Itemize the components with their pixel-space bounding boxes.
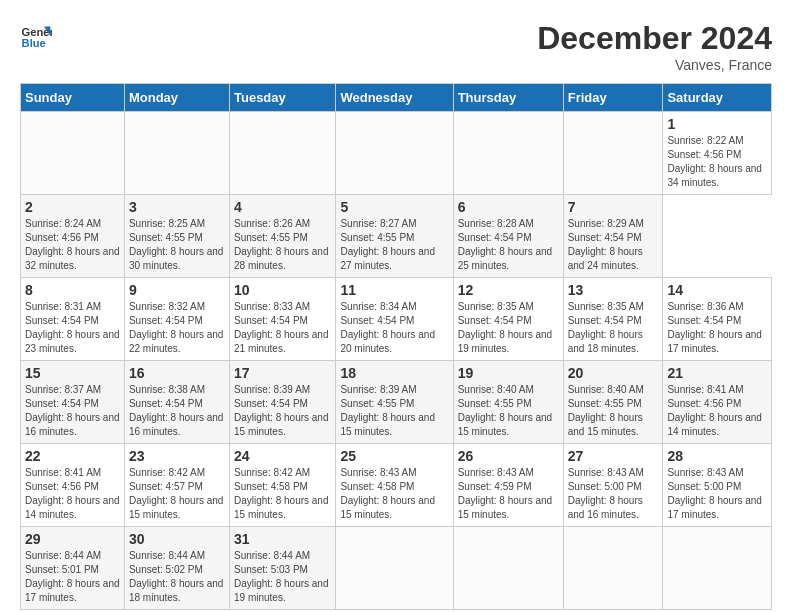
logo: General Blue	[20, 20, 52, 52]
cell-content: Sunrise: 8:22 AMSunset: 4:56 PMDaylight:…	[667, 134, 767, 190]
calendar-cell: 16Sunrise: 8:38 AMSunset: 4:54 PMDayligh…	[124, 361, 229, 444]
day-header-thursday: Thursday	[453, 84, 563, 112]
day-header-sunday: Sunday	[21, 84, 125, 112]
day-number: 13	[568, 282, 659, 298]
calendar-cell: 8Sunrise: 8:31 AMSunset: 4:54 PMDaylight…	[21, 278, 125, 361]
calendar-cell: 21Sunrise: 8:41 AMSunset: 4:56 PMDayligh…	[663, 361, 772, 444]
empty-cell	[453, 112, 563, 195]
day-number: 16	[129, 365, 225, 381]
day-number: 18	[340, 365, 448, 381]
calendar-cell: 5Sunrise: 8:27 AMSunset: 4:55 PMDaylight…	[336, 195, 453, 278]
calendar-cell: 4Sunrise: 8:26 AMSunset: 4:55 PMDaylight…	[229, 195, 335, 278]
title-block: December 2024 Vanves, France	[537, 20, 772, 73]
cell-content: Sunrise: 8:28 AMSunset: 4:54 PMDaylight:…	[458, 217, 559, 273]
day-number: 14	[667, 282, 767, 298]
cell-content: Sunrise: 8:39 AMSunset: 4:55 PMDaylight:…	[340, 383, 448, 439]
calendar-cell: 29Sunrise: 8:44 AMSunset: 5:01 PMDayligh…	[21, 527, 125, 610]
cell-content: Sunrise: 8:38 AMSunset: 4:54 PMDaylight:…	[129, 383, 225, 439]
calendar-week-row: 15Sunrise: 8:37 AMSunset: 4:54 PMDayligh…	[21, 361, 772, 444]
day-number: 2	[25, 199, 120, 215]
calendar-cell: 31Sunrise: 8:44 AMSunset: 5:03 PMDayligh…	[229, 527, 335, 610]
day-header-tuesday: Tuesday	[229, 84, 335, 112]
month-year: December 2024	[537, 20, 772, 57]
day-number: 3	[129, 199, 225, 215]
calendar-cell: 30Sunrise: 8:44 AMSunset: 5:02 PMDayligh…	[124, 527, 229, 610]
cell-content: Sunrise: 8:35 AMSunset: 4:54 PMDaylight:…	[458, 300, 559, 356]
calendar-cell: 11Sunrise: 8:34 AMSunset: 4:54 PMDayligh…	[336, 278, 453, 361]
day-number: 22	[25, 448, 120, 464]
cell-content: Sunrise: 8:43 AMSunset: 5:00 PMDaylight:…	[667, 466, 767, 522]
day-number: 30	[129, 531, 225, 547]
day-number: 29	[25, 531, 120, 547]
calendar-cell	[563, 527, 663, 610]
day-number: 26	[458, 448, 559, 464]
calendar-cell: 20Sunrise: 8:40 AMSunset: 4:55 PMDayligh…	[563, 361, 663, 444]
cell-content: Sunrise: 8:42 AMSunset: 4:57 PMDaylight:…	[129, 466, 225, 522]
calendar-week-row: 1Sunrise: 8:22 AMSunset: 4:56 PMDaylight…	[21, 112, 772, 195]
cell-content: Sunrise: 8:39 AMSunset: 4:54 PMDaylight:…	[234, 383, 331, 439]
calendar-week-row: 29Sunrise: 8:44 AMSunset: 5:01 PMDayligh…	[21, 527, 772, 610]
cell-content: Sunrise: 8:43 AMSunset: 4:59 PMDaylight:…	[458, 466, 559, 522]
day-number: 17	[234, 365, 331, 381]
calendar-cell: 25Sunrise: 8:43 AMSunset: 4:58 PMDayligh…	[336, 444, 453, 527]
empty-cell	[229, 112, 335, 195]
cell-content: Sunrise: 8:33 AMSunset: 4:54 PMDaylight:…	[234, 300, 331, 356]
day-number: 1	[667, 116, 767, 132]
day-header-friday: Friday	[563, 84, 663, 112]
calendar-cell: 10Sunrise: 8:33 AMSunset: 4:54 PMDayligh…	[229, 278, 335, 361]
cell-content: Sunrise: 8:32 AMSunset: 4:54 PMDaylight:…	[129, 300, 225, 356]
calendar-cell: 13Sunrise: 8:35 AMSunset: 4:54 PMDayligh…	[563, 278, 663, 361]
day-number: 15	[25, 365, 120, 381]
cell-content: Sunrise: 8:29 AMSunset: 4:54 PMDaylight:…	[568, 217, 659, 273]
calendar-cell: 28Sunrise: 8:43 AMSunset: 5:00 PMDayligh…	[663, 444, 772, 527]
day-number: 5	[340, 199, 448, 215]
calendar-week-row: 2Sunrise: 8:24 AMSunset: 4:56 PMDaylight…	[21, 195, 772, 278]
calendar-cell: 15Sunrise: 8:37 AMSunset: 4:54 PMDayligh…	[21, 361, 125, 444]
cell-content: Sunrise: 8:25 AMSunset: 4:55 PMDaylight:…	[129, 217, 225, 273]
cell-content: Sunrise: 8:40 AMSunset: 4:55 PMDaylight:…	[568, 383, 659, 439]
day-number: 4	[234, 199, 331, 215]
calendar-cell: 23Sunrise: 8:42 AMSunset: 4:57 PMDayligh…	[124, 444, 229, 527]
day-number: 23	[129, 448, 225, 464]
cell-content: Sunrise: 8:42 AMSunset: 4:58 PMDaylight:…	[234, 466, 331, 522]
calendar-cell	[453, 527, 563, 610]
calendar-body: 1Sunrise: 8:22 AMSunset: 4:56 PMDaylight…	[21, 112, 772, 610]
day-number: 8	[25, 282, 120, 298]
calendar-cell	[336, 527, 453, 610]
location: Vanves, France	[537, 57, 772, 73]
calendar-cell: 22Sunrise: 8:41 AMSunset: 4:56 PMDayligh…	[21, 444, 125, 527]
cell-content: Sunrise: 8:26 AMSunset: 4:55 PMDaylight:…	[234, 217, 331, 273]
empty-cell	[336, 112, 453, 195]
logo-icon: General Blue	[20, 20, 52, 52]
calendar-cell: 6Sunrise: 8:28 AMSunset: 4:54 PMDaylight…	[453, 195, 563, 278]
cell-content: Sunrise: 8:41 AMSunset: 4:56 PMDaylight:…	[25, 466, 120, 522]
day-number: 11	[340, 282, 448, 298]
cell-content: Sunrise: 8:36 AMSunset: 4:54 PMDaylight:…	[667, 300, 767, 356]
cell-content: Sunrise: 8:24 AMSunset: 4:56 PMDaylight:…	[25, 217, 120, 273]
day-header-wednesday: Wednesday	[336, 84, 453, 112]
calendar-cell: 7Sunrise: 8:29 AMSunset: 4:54 PMDaylight…	[563, 195, 663, 278]
calendar-cell: 19Sunrise: 8:40 AMSunset: 4:55 PMDayligh…	[453, 361, 563, 444]
day-number: 12	[458, 282, 559, 298]
calendar-cell: 17Sunrise: 8:39 AMSunset: 4:54 PMDayligh…	[229, 361, 335, 444]
day-number: 20	[568, 365, 659, 381]
day-number: 10	[234, 282, 331, 298]
cell-content: Sunrise: 8:37 AMSunset: 4:54 PMDaylight:…	[25, 383, 120, 439]
cell-content: Sunrise: 8:35 AMSunset: 4:54 PMDaylight:…	[568, 300, 659, 356]
cell-content: Sunrise: 8:41 AMSunset: 4:56 PMDaylight:…	[667, 383, 767, 439]
day-header-saturday: Saturday	[663, 84, 772, 112]
day-number: 27	[568, 448, 659, 464]
calendar-cell	[663, 527, 772, 610]
calendar-cell: 12Sunrise: 8:35 AMSunset: 4:54 PMDayligh…	[453, 278, 563, 361]
calendar-cell: 14Sunrise: 8:36 AMSunset: 4:54 PMDayligh…	[663, 278, 772, 361]
calendar-cell: 24Sunrise: 8:42 AMSunset: 4:58 PMDayligh…	[229, 444, 335, 527]
empty-cell	[563, 112, 663, 195]
calendar-cell: 9Sunrise: 8:32 AMSunset: 4:54 PMDaylight…	[124, 278, 229, 361]
cell-content: Sunrise: 8:44 AMSunset: 5:03 PMDaylight:…	[234, 549, 331, 605]
svg-text:Blue: Blue	[22, 37, 46, 49]
day-number: 21	[667, 365, 767, 381]
cell-content: Sunrise: 8:40 AMSunset: 4:55 PMDaylight:…	[458, 383, 559, 439]
calendar-week-row: 22Sunrise: 8:41 AMSunset: 4:56 PMDayligh…	[21, 444, 772, 527]
cell-content: Sunrise: 8:43 AMSunset: 5:00 PMDaylight:…	[568, 466, 659, 522]
empty-cell	[21, 112, 125, 195]
